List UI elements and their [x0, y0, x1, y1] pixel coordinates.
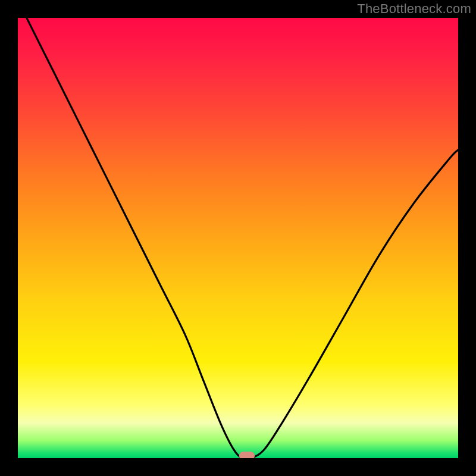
watermark-text: TheBottleneck.com: [357, 1, 471, 17]
curve-layer: [18, 18, 458, 458]
optimal-point-marker: [239, 452, 255, 458]
plot-area: [18, 18, 458, 458]
bottleneck-curve: [27, 18, 458, 458]
chart-frame: TheBottleneck.com: [0, 0, 476, 476]
